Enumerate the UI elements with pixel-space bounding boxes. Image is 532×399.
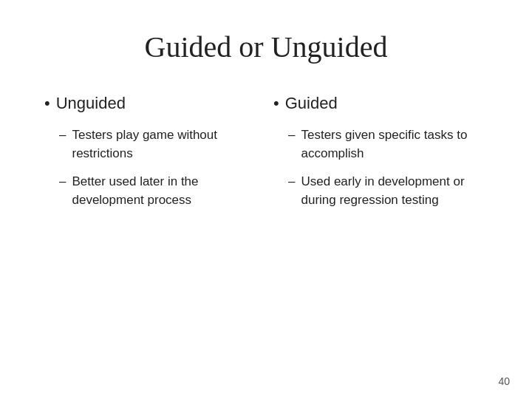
- page-number: 40: [498, 375, 510, 387]
- slide-title: Guided or Unguided: [44, 30, 488, 64]
- list-item: – Used early in development or during re…: [288, 173, 488, 209]
- right-list: – Testers given specific tasks to accomp…: [273, 126, 488, 220]
- left-column: • Unguided – Testers play game without r…: [44, 94, 259, 369]
- left-bullet: •: [44, 94, 50, 113]
- right-heading-label: Guided: [285, 94, 338, 113]
- left-item-2-text: Better used later in the development pro…: [72, 173, 259, 209]
- slide: Guided or Unguided • Unguided – Testers …: [0, 0, 532, 399]
- right-heading: • Guided: [273, 94, 488, 113]
- right-item-1-text: Testers given specific tasks to accompli…: [301, 126, 488, 163]
- dash-icon: –: [288, 126, 295, 163]
- left-item-1-text: Testers play game without restrictions: [72, 126, 259, 163]
- dash-icon: –: [59, 126, 66, 163]
- left-heading: • Unguided: [44, 94, 259, 113]
- dash-icon: –: [288, 173, 295, 209]
- list-item: – Testers play game without restrictions: [59, 126, 259, 163]
- content-area: • Unguided – Testers play game without r…: [44, 94, 488, 369]
- list-item: – Better used later in the development p…: [59, 173, 259, 209]
- list-item: – Testers given specific tasks to accomp…: [288, 126, 488, 163]
- right-column: • Guided – Testers given specific tasks …: [273, 94, 488, 369]
- dash-icon: –: [59, 173, 66, 209]
- left-list: – Testers play game without restrictions…: [44, 126, 259, 220]
- left-heading-label: Unguided: [56, 94, 126, 113]
- right-bullet: •: [273, 94, 279, 113]
- right-item-2-text: Used early in development or during regr…: [301, 173, 488, 209]
